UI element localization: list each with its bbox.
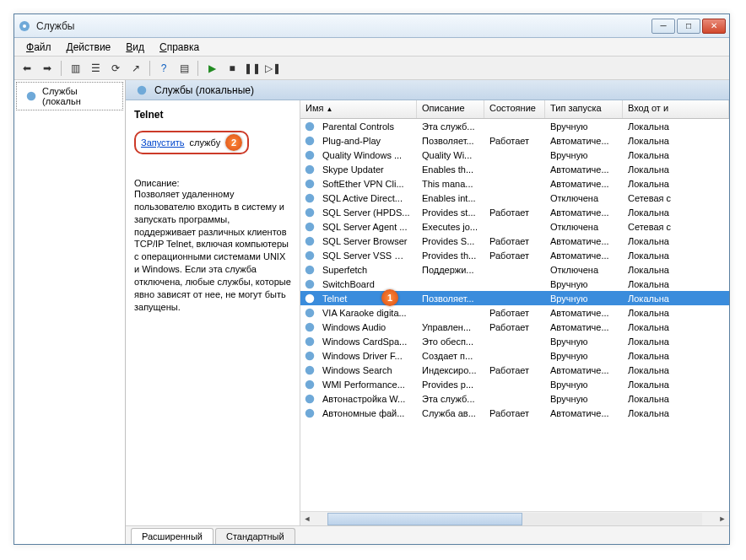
cell-startup: Автоматиче...: [545, 164, 623, 175]
scroll-right-icon[interactable]: ►: [716, 512, 729, 525]
start-service-button[interactable]: ▶: [203, 59, 221, 78]
cell-desc: Provides th...: [417, 250, 484, 261]
service-row[interactable]: SQL Server BrowserProvides S...РаботаетА…: [300, 234, 729, 248]
cell-name: SQL Active Direct...: [317, 193, 417, 203]
svg-point-13: [308, 168, 311, 171]
cell-desc: Quality Wi...: [417, 150, 484, 160]
col-startup[interactable]: Тип запуска: [545, 100, 623, 118]
maximize-button[interactable]: □: [677, 19, 700, 34]
annotation-badge-2: 2: [225, 134, 242, 151]
service-row[interactable]: WMI Performance...Provides p...ВручнуюЛо…: [300, 377, 729, 391]
pause-service-button[interactable]: ❚❚: [243, 59, 262, 78]
service-row[interactable]: Автонастройка W...Эта служб...ВручнуюЛок…: [300, 391, 729, 406]
service-row[interactable]: Windows AudioУправлен...РаботаетАвтомати…: [300, 320, 729, 334]
service-row[interactable]: SoftEther VPN Cli...This mana...Автомати…: [300, 176, 729, 191]
cell-name: VIA Karaoke digita...: [317, 308, 417, 318]
service-row[interactable]: SQL Active Direct...Enables int...Отключ…: [300, 191, 729, 205]
cell-desc: Provides p...: [417, 380, 484, 390]
service-row[interactable]: SuperfetchПоддержи...ОтключенаЛокальна: [300, 262, 729, 277]
col-logon[interactable]: Вход от и: [623, 100, 729, 118]
svg-point-1: [23, 24, 26, 28]
show-hide-tree-button[interactable]: ▥: [66, 59, 84, 78]
gear-icon: [304, 336, 316, 347]
tab-extended[interactable]: Расширенный: [131, 528, 214, 544]
menu-file[interactable]: Файл: [19, 39, 58, 56]
cell-startup: Автоматиче...: [545, 322, 623, 332]
svg-point-37: [308, 340, 311, 343]
cell-name: SoftEther VPN Cli...: [317, 179, 417, 189]
menu-action[interactable]: Действие: [60, 39, 118, 56]
main-header-title: Службы (локальные): [154, 84, 254, 96]
help-button[interactable]: ?: [154, 59, 173, 78]
menu-help[interactable]: Справка: [153, 39, 206, 56]
horizontal-scrollbar[interactable]: ◄ ►: [300, 511, 729, 525]
gear-icon: [304, 393, 316, 405]
service-row[interactable]: SQL Server Agent ...Executes jo...Отключ…: [300, 219, 729, 234]
cell-logon: Локальна: [623, 351, 729, 361]
refresh-button[interactable]: ⟳: [106, 59, 125, 78]
tab-standard[interactable]: Стандартный: [215, 528, 295, 544]
cell-desc: Executes jo...: [417, 222, 484, 232]
svg-point-47: [308, 412, 311, 415]
cell-desc: Индексиро...: [417, 365, 484, 375]
export-button[interactable]: ↗: [127, 59, 145, 78]
service-rows[interactable]: Parental ControlsЭта служб...ВручнуюЛока…: [300, 119, 729, 511]
stop-service-button[interactable]: ■: [223, 59, 241, 78]
cell-desc: Эта служб...: [417, 394, 484, 404]
restart-service-button[interactable]: ▷❚: [263, 59, 282, 78]
cell-startup: Вручную: [545, 150, 623, 160]
service-row[interactable]: VIA Karaoke digita...РаботаетАвтоматиче.…: [300, 305, 729, 320]
description-label: Описание:: [134, 178, 291, 188]
cell-state: Работает: [484, 207, 545, 218]
service-row[interactable]: Windows Driver F...Создает п...ВручнуюЛо…: [300, 348, 729, 363]
cell-startup: Автоматиче...: [545, 365, 623, 375]
svg-point-11: [308, 153, 311, 157]
service-row[interactable]: Quality Windows ...Quality Wi...ВручнуюЛ…: [300, 148, 729, 162]
service-row[interactable]: Plug-and-PlayПозволяет...РаботаетАвтомат…: [300, 133, 729, 148]
cell-logon: Локальна: [623, 207, 729, 218]
annotation-badge-1: 1: [381, 289, 398, 306]
cell-logon: Локальна: [623, 279, 729, 289]
service-row[interactable]: SwitchBoardВручнуюЛокальна: [300, 277, 729, 291]
cell-name: Plug-and-Play: [317, 136, 417, 146]
service-row[interactable]: Skype UpdaterEnables th...Автоматиче...Л…: [300, 162, 729, 176]
cell-desc: This mana...: [417, 179, 484, 189]
col-state[interactable]: Состояние: [484, 100, 545, 118]
svg-point-27: [308, 268, 311, 272]
service-row[interactable]: Windows CardSpa...Это обесп...ВручнуюЛок…: [300, 334, 729, 348]
menu-view[interactable]: Вид: [119, 39, 151, 56]
cell-startup: Автоматиче...: [545, 408, 623, 418]
svg-point-21: [308, 225, 311, 229]
cell-startup: Вручную: [545, 351, 623, 361]
gear-icon: [304, 250, 316, 261]
scroll-left-icon[interactable]: ◄: [300, 512, 314, 525]
gear-icon: [25, 90, 37, 102]
col-name[interactable]: Имя ▲: [300, 100, 417, 118]
col-description[interactable]: Описание: [417, 100, 484, 118]
cell-logon: Локальна: [623, 293, 729, 304]
service-row[interactable]: SQL Server VSS Wr...Provides th...Работа…: [300, 248, 729, 262]
service-row[interactable]: Windows SearchИндексиро...РаботаетАвтома…: [300, 363, 729, 377]
forward-button[interactable]: ➡: [38, 59, 57, 78]
service-row[interactable]: TelnetПозволяет...ВручнуюЛокальна1: [300, 291, 729, 305]
gear-icon: [304, 293, 316, 304]
start-service-link[interactable]: Запустить: [141, 137, 185, 148]
gear-icon: [304, 379, 316, 390]
properties-button[interactable]: ☰: [86, 59, 105, 78]
service-row[interactable]: Parental ControlsЭта служб...ВручнуюЛока…: [300, 119, 729, 133]
minimize-button[interactable]: ─: [651, 19, 675, 34]
tree-root-services[interactable]: Службы (локальн: [16, 82, 123, 110]
close-button[interactable]: ✕: [702, 19, 726, 34]
cell-state: Работает: [484, 136, 545, 146]
titlebar[interactable]: Службы ─ □ ✕: [14, 14, 729, 38]
scroll-thumb[interactable]: [327, 513, 522, 525]
gear-icon: [304, 149, 316, 161]
cell-desc: Provides st...: [417, 207, 484, 218]
show-hide-action-button[interactable]: ▤: [175, 59, 193, 78]
tree-pane: Службы (локальн: [14, 80, 126, 544]
selected-service-name: Telnet: [134, 109, 291, 121]
back-button[interactable]: ⬅: [18, 59, 36, 78]
service-row[interactable]: Автономные фай...Служба ав...РаботаетАвт…: [300, 406, 729, 420]
svg-point-3: [30, 94, 33, 98]
service-row[interactable]: SQL Server (HPDS...Provides st...Работае…: [300, 205, 729, 219]
